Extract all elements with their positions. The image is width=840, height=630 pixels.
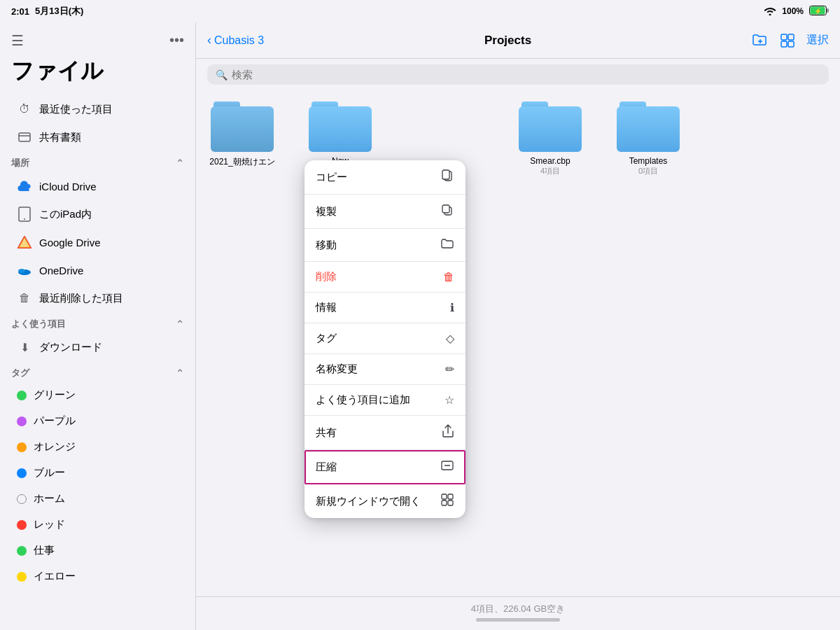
- toolbar-title: Projects: [272, 34, 743, 48]
- toolbar-actions: 選択: [752, 32, 829, 49]
- rename-icon: ✏: [445, 363, 454, 376]
- compress-icon: [440, 458, 454, 475]
- grid-view-button[interactable]: [780, 33, 795, 48]
- copy-icon: [440, 169, 454, 186]
- new-window-icon: [440, 493, 454, 510]
- folder-icon-3: [519, 102, 582, 152]
- favorite-icon: ☆: [444, 393, 454, 407]
- sidebar-item-download[interactable]: ⬇ ダウンロード: [6, 334, 190, 360]
- delete-icon: 🗑: [443, 271, 454, 284]
- files-area: 2021_朝焼けエン New コピー: [196, 90, 840, 596]
- status-text: 4項目、226.04 GB空き: [471, 603, 565, 614]
- context-menu-info[interactable]: 情報 ℹ: [304, 293, 465, 323]
- tag-yellow-dot: [17, 572, 27, 582]
- context-menu-share[interactable]: 共有: [304, 416, 465, 450]
- sidebar-item-tag-purple[interactable]: パープル: [6, 409, 190, 433]
- app-container: ☰ ••• ファイル ⏱ 最近使った項目 共有書類 場所 ⌃: [0, 22, 840, 630]
- back-button[interactable]: ‹ Cubasis 3: [207, 33, 264, 48]
- context-menu-rename[interactable]: 名称変更 ✏: [304, 354, 465, 385]
- tag-orange-dot: [17, 442, 27, 452]
- file-name-3: Smear.cbp: [530, 156, 570, 166]
- places-collapse-icon[interactable]: ⌃: [176, 158, 184, 169]
- context-menu-copy[interactable]: コピー: [304, 160, 465, 195]
- svg-rect-26: [442, 500, 447, 505]
- folder-icon-4: [617, 102, 680, 152]
- sidebar-item-label: iCloud Drive: [39, 181, 97, 192]
- sidebar-item-label: 最近削除した項目: [39, 292, 123, 305]
- context-menu-tag[interactable]: タグ ◇: [304, 323, 465, 354]
- duplicate-icon: [440, 203, 454, 220]
- context-menu-move[interactable]: 移動: [304, 229, 465, 262]
- select-label: 選択: [806, 33, 829, 48]
- favorites-collapse-icon[interactable]: ⌃: [176, 318, 184, 330]
- file-item-3[interactable]: Smear.cbp 4項目: [515, 102, 585, 176]
- sidebar-more-icon[interactable]: •••: [169, 32, 184, 49]
- compress-label: 圧縮: [316, 461, 337, 474]
- context-menu-favorite[interactable]: よく使う項目に追加 ☆: [304, 385, 465, 416]
- sidebar-item-label: グリーン: [34, 388, 76, 402]
- file-meta-3: 4項目: [540, 166, 560, 176]
- tags-collapse-icon[interactable]: ⌃: [176, 368, 184, 379]
- svg-rect-17: [788, 41, 794, 47]
- sidebar-item-label: 最近使った項目: [39, 103, 113, 116]
- tag-purple-dot: [17, 416, 27, 426]
- sidebar-toggle-icon[interactable]: ☰: [11, 32, 24, 49]
- file-item-2[interactable]: New: [305, 102, 375, 166]
- sidebar-top-area: ☰ •••: [0, 28, 195, 53]
- sidebar-item-recent[interactable]: ⏱ 最近使った項目: [6, 96, 190, 122]
- sidebar-item-tag-blue[interactable]: ブルー: [6, 461, 190, 485]
- sidebar-item-label: Google Drive: [39, 237, 101, 248]
- google-drive-icon: [17, 234, 32, 250]
- folder-icon-1: [211, 102, 274, 152]
- sidebar-item-shared[interactable]: 共有書類: [6, 124, 190, 150]
- svg-marker-9: [18, 237, 31, 248]
- svg-rect-4: [19, 133, 30, 141]
- sidebar-item-label: イエロー: [34, 570, 76, 583]
- sidebar-item-label: 共有書類: [39, 131, 81, 144]
- sidebar-item-tag-red[interactable]: レッド: [6, 512, 190, 537]
- status-bar-left: 2:01 5月13日(木): [11, 5, 83, 18]
- info-label: 情報: [316, 301, 337, 314]
- rename-label: 名称変更: [316, 363, 358, 376]
- sidebar-item-ipad[interactable]: このiPad内: [6, 201, 190, 227]
- context-menu-duplicate[interactable]: 複製: [304, 195, 465, 229]
- sidebar-item-tag-home[interactable]: ホーム: [6, 486, 190, 511]
- search-input-wrap: 🔍: [207, 64, 829, 85]
- svg-rect-16: [781, 41, 787, 47]
- icloud-icon: [17, 178, 32, 194]
- add-folder-button[interactable]: [752, 32, 769, 49]
- file-item-4[interactable]: Templates 0項目: [613, 102, 683, 176]
- info-icon: ℹ: [450, 301, 454, 314]
- svg-rect-24: [442, 494, 447, 499]
- tags-section-header: タグ ⌃: [0, 361, 195, 382]
- sidebar-item-tag-green[interactable]: グリーン: [6, 383, 190, 407]
- ipad-icon: [17, 206, 32, 222]
- duplicate-label: 複製: [316, 205, 337, 218]
- sidebar-item-tag-work[interactable]: 仕事: [6, 538, 190, 563]
- select-button[interactable]: 選択: [806, 33, 829, 48]
- context-menu-compress[interactable]: 圧縮: [304, 450, 465, 484]
- sidebar-item-label: オレンジ: [34, 440, 76, 454]
- sidebar-item-onedrive[interactable]: OneDrive: [6, 257, 190, 284]
- status-time: 2:01: [11, 6, 29, 17]
- main-content: ‹ Cubasis 3 Projects: [196, 22, 840, 630]
- tag-green-dot: [17, 391, 27, 400]
- file-item-1[interactable]: 2021_朝焼けエン: [207, 102, 277, 168]
- sidebar-item-tag-orange[interactable]: オレンジ: [6, 435, 190, 459]
- copy-label: コピー: [316, 171, 347, 184]
- sidebar-item-google[interactable]: Google Drive: [6, 229, 190, 255]
- context-menu-delete[interactable]: 削除 🗑: [304, 262, 465, 293]
- sidebar: ☰ ••• ファイル ⏱ 最近使った項目 共有書類 場所 ⌃: [0, 22, 196, 630]
- search-input[interactable]: [232, 69, 820, 80]
- tag-icon: ◇: [446, 332, 454, 345]
- status-bar-right: 100% ⚡: [764, 6, 829, 18]
- sidebar-item-recently-deleted[interactable]: 🗑 最近削除した項目: [6, 285, 190, 312]
- svg-rect-25: [448, 494, 453, 499]
- sidebar-item-label: ダウンロード: [39, 341, 102, 354]
- trash-icon: 🗑: [17, 290, 32, 306]
- context-menu-new-window[interactable]: 新規ウインドウで開く: [304, 484, 465, 518]
- sidebar-item-label: パープル: [34, 414, 76, 428]
- sidebar-item-icloud[interactable]: iCloud Drive: [6, 173, 190, 200]
- sidebar-item-tag-yellow[interactable]: イエロー: [6, 564, 190, 589]
- move-label: 移動: [316, 239, 337, 252]
